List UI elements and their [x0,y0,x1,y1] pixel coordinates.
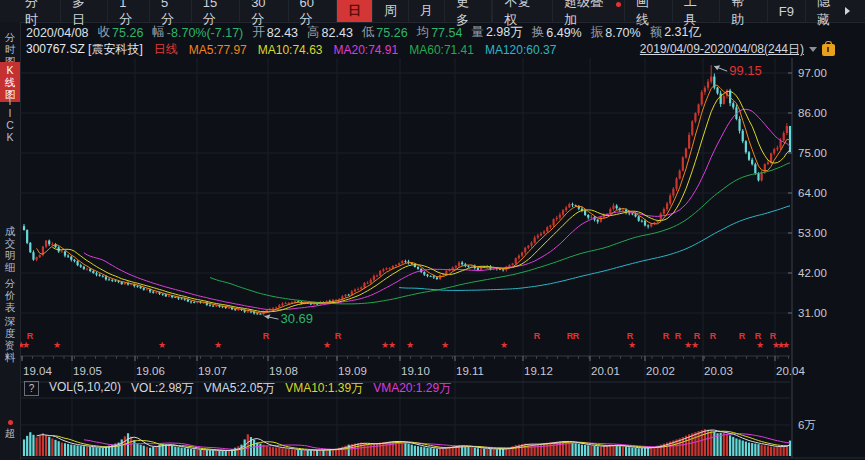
sidebar-item-深度资料[interactable]: 深度资料 [0,315,20,363]
quote-field-均: 均77.54 [417,24,463,41]
period-tabs: 分时多日1分5分15分30分60分日周月更多 [14,0,492,22]
svg-text:19.11: 19.11 [456,365,484,377]
period-tab-日[interactable]: 日 [337,0,373,22]
ma-legend-item: MA10:74.63 [258,43,323,57]
period-tab-1分[interactable]: 1分 [108,0,150,22]
period-tab-30分[interactable]: 30分 [240,0,288,22]
svg-text:19.12: 19.12 [524,365,553,377]
svg-text:30.69: 30.69 [280,311,313,326]
quote-info-row: 2020/04/08收75.26幅-8.70%(-7.17)开82.43高82.… [26,24,701,41]
quote-field-幅: 幅-8.70%(-7.17) [152,24,243,41]
chevron-down-icon[interactable] [809,47,817,52]
menu-item-不复权[interactable]: 不复权 [492,0,552,22]
quote-field-高: 高82.43 [307,24,353,41]
menu-item-工具[interactable]: 工具 [672,0,720,22]
period-tab-周[interactable]: 周 [373,0,409,22]
event-markers[interactable]: RRRRRRRRRRRRRR★★★★★★★★★★★★★★★★★★★ [20,331,790,350]
volume-legend-item: VOL(5,10,20) [49,380,121,397]
svg-text:19.10: 19.10 [401,365,430,377]
period-tab-5分[interactable]: 5分 [150,0,192,22]
svg-text:★: ★ [406,340,414,350]
svg-text:53.00: 53.00 [798,227,827,239]
svg-text:19.06: 19.06 [136,365,165,377]
svg-text:★: ★ [756,340,764,350]
quote-field-收: 收75.26 [98,24,144,41]
toolbar-menu: 不复权超级叠加画线工具帮助F9隐藏 [492,0,861,22]
volume-legend-item: VMA20:1.29万 [373,380,451,397]
period-tab-分时[interactable]: 分时 [14,0,61,22]
svg-text:64.00: 64.00 [798,187,827,199]
quote-field-振: 振8.70% [591,24,641,41]
svg-text:★: ★ [323,340,331,350]
svg-text:20.03: 20.03 [704,365,733,377]
ma-legend-item: MA20:74.91 [333,43,398,57]
svg-text:R: R [534,331,541,341]
lock-icon[interactable] [822,44,835,56]
svg-text:★: ★ [628,340,636,350]
menu-item-超级叠加[interactable]: 超级叠加 [552,0,624,22]
candlestick-chart[interactable]: 97.0086.0075.0064.0053.0042.0031.0019.04… [20,58,865,460]
ma-legend-item: MA60:71.41 [409,43,474,57]
svg-text:★: ★ [158,340,166,350]
ma-legend-item: MA120:60.37 [485,43,556,57]
volume-legend-item: VOL:2.98万 [131,380,194,397]
period-tab-60分[interactable]: 60分 [289,0,337,22]
menu-item-隐藏[interactable]: 隐藏 [805,0,861,22]
svg-text:6万: 6万 [798,419,816,431]
svg-text:20.04: 20.04 [776,365,805,377]
ma-legend-item: MA5:77.97 [189,43,247,57]
svg-text:★: ★ [441,340,449,350]
x-axis-ticks [22,73,792,361]
period-label: 日线 [154,41,178,58]
date-range-box[interactable]: 2019/04/09-2020/04/08(244日) [640,42,835,57]
ma-lines [37,85,790,313]
svg-text:20.02: 20.02 [646,365,675,377]
period-tab-更多[interactable]: 更多 [445,0,492,22]
date-range-label[interactable]: 2019/04/09-2020/04/08(244日) [640,41,804,58]
quote-field-开: 开82.43 [252,24,298,41]
quote-field-额: 额2.31亿 [650,24,701,41]
grid [20,58,865,458]
svg-text:★: ★ [500,340,508,350]
svg-text:86.00: 86.00 [798,107,827,119]
svg-text:★: ★ [691,340,699,350]
svg-text:R: R [573,331,580,341]
volume-legend: ? VOL(5,10,20)VOL:2.98万VMA5:2.05万VMA10:1… [24,380,451,396]
svg-text:31.00: 31.00 [798,307,827,319]
svg-text:42.00: 42.00 [798,267,827,279]
volume-legend-item: VMA5:2.05万 [204,380,275,397]
svg-text:19.09: 19.09 [338,365,367,377]
sidebar-item-分价表[interactable]: 分价表 [0,277,20,313]
chart-legend-row: 300767.SZ [震安科技] 日线 MA5:77.97MA10:74.63M… [26,42,556,57]
svg-text:R: R [263,331,270,341]
quote-field-换: 换6.49% [532,24,582,41]
svg-text:R: R [675,331,682,341]
sidebar-item-TICK[interactable]: TICK [0,95,20,143]
menu-item-画线[interactable]: 画线 [624,0,672,22]
sidebar-item-成交明细[interactable]: 成交明细 [0,225,20,273]
help-icon[interactable]: ? [24,381,39,396]
svg-text:★: ★ [22,340,30,350]
menu-item-F9[interactable]: F9 [767,0,805,22]
svg-text:R: R [663,331,670,341]
svg-text:19.05: 19.05 [73,365,102,377]
svg-text:R: R [335,331,342,341]
notification-dot [616,2,621,7]
svg-text:★: ★ [388,340,396,350]
period-tab-月[interactable]: 月 [409,0,445,22]
sidebar-item-超[interactable]: 超 [0,420,20,439]
svg-text:97.00: 97.00 [798,67,827,79]
svg-text:R: R [739,331,746,341]
price-annotations: 99.1530.69 [264,63,761,326]
svg-text:99.15: 99.15 [729,63,762,78]
quote-field-date: 2020/04/08 [26,26,89,40]
period-tab-15分[interactable]: 15分 [192,0,240,22]
menu-item-帮助[interactable]: 帮助 [719,0,767,22]
svg-text:19.08: 19.08 [269,365,298,377]
top-toolbar: 分时多日1分5分15分30分60分日周月更多 不复权超级叠加画线工具帮助F9隐藏 [0,0,865,23]
period-tab-多日[interactable]: 多日 [61,0,108,22]
svg-text:★: ★ [214,340,222,350]
svg-text:19.04: 19.04 [23,365,52,377]
svg-text:19.07: 19.07 [198,365,227,377]
svg-text:R: R [710,331,717,341]
